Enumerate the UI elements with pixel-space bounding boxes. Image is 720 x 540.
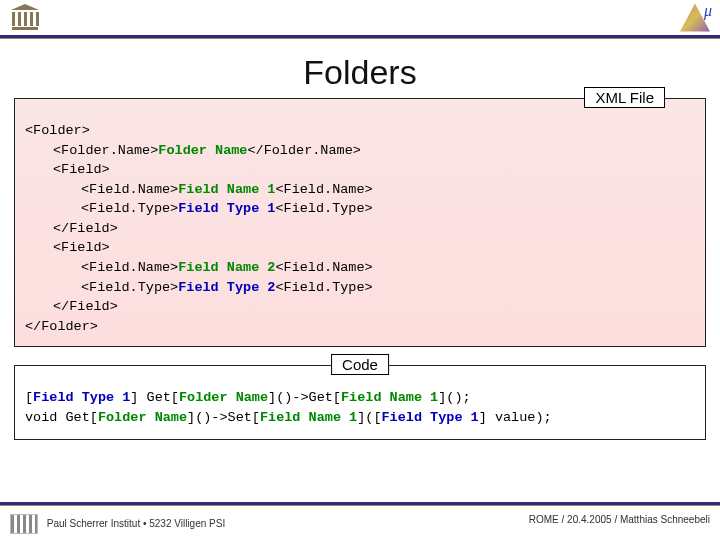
xml-content: <Folder> <Folder.Name>Folder Name</Folde… — [25, 121, 695, 336]
header-rule — [0, 35, 720, 39]
xml-line: <Field.Name>Field Name 1<Field.Name> — [25, 180, 695, 200]
xml-line: <Folder.Name>Folder Name</Folder.Name> — [25, 141, 695, 161]
header-bar: μ — [0, 0, 720, 35]
xml-line: <Field.Type>Field Type 2<Field.Type> — [25, 278, 695, 298]
footer-rule — [0, 502, 720, 506]
footer-left: Paul Scherrer Institut • 5232 Villigen P… — [10, 514, 225, 534]
xml-line: <Field> — [25, 238, 695, 258]
xml-line: <Field> — [25, 160, 695, 180]
xml-line: </Field> — [25, 219, 695, 239]
footer-left-text: Paul Scherrer Institut • 5232 Villigen P… — [47, 518, 225, 529]
xml-panel: XML File <Folder> <Folder.Name>Folder Na… — [14, 98, 706, 347]
code-line: void Get[Folder Name]()->Set[Field Name … — [25, 408, 695, 428]
xml-line: </Folder> — [25, 317, 695, 337]
building-icon — [10, 4, 40, 32]
xml-label: XML File — [584, 87, 665, 108]
code-panel: Code [Field Type 1] Get[Folder Name]()->… — [14, 365, 706, 440]
footer: Paul Scherrer Institut • 5232 Villigen P… — [0, 514, 720, 534]
code-content: [Field Type 1] Get[Folder Name]()->Get[F… — [25, 388, 695, 427]
xml-line: </Field> — [25, 297, 695, 317]
psi-logo-icon — [10, 514, 38, 534]
mu-logo-icon: μ — [680, 4, 710, 32]
code-label: Code — [331, 354, 389, 375]
code-line: [Field Type 1] Get[Folder Name]()->Get[F… — [25, 388, 695, 408]
xml-line: <Field.Type>Field Type 1<Field.Type> — [25, 199, 695, 219]
xml-line: <Folder> — [25, 121, 695, 141]
xml-line: <Field.Name>Field Name 2<Field.Name> — [25, 258, 695, 278]
footer-right: ROME / 20.4.2005 / Matthias Schneebeli — [529, 514, 710, 534]
